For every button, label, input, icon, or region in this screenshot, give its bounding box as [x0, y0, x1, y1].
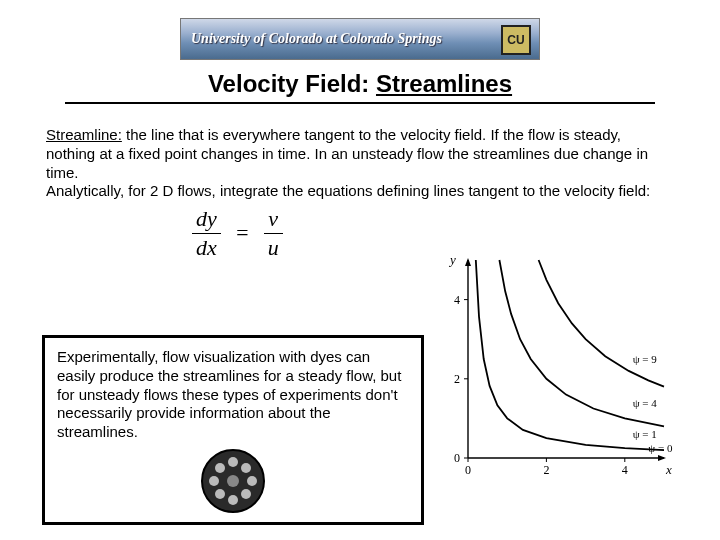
svg-point-23: [227, 475, 239, 487]
svg-text:0: 0: [454, 451, 460, 465]
svg-text:0: 0: [465, 463, 471, 477]
svg-point-28: [215, 463, 225, 473]
experiment-box: Experimentally, flow visualization with …: [42, 335, 424, 525]
paragraph-1: Streamline: the line that is everywhere …: [46, 126, 674, 182]
title-rule: [65, 102, 655, 104]
lhs-den: dx: [192, 234, 221, 262]
svg-text:ψ = 1: ψ = 1: [633, 428, 657, 440]
svg-text:ψ = 0: ψ = 0: [648, 442, 673, 454]
page-title: Velocity Field: Streamlines: [0, 70, 720, 98]
svg-text:ψ = 4: ψ = 4: [633, 397, 658, 409]
paragraph-2: Analytically, for 2 D flows, integrate t…: [46, 182, 674, 201]
para1-text: the line that is everywhere tangent to t…: [46, 126, 648, 181]
svg-point-29: [241, 463, 251, 473]
film-reel-icon: [200, 448, 266, 514]
term-streamline: Streamline:: [46, 126, 122, 143]
svg-point-25: [228, 495, 238, 505]
svg-text:4: 4: [454, 293, 460, 307]
chart-svg: 024024xyψ = 0ψ = 1ψ = 4ψ = 9: [438, 252, 674, 482]
rhs-den: u: [264, 234, 283, 262]
svg-marker-2: [465, 258, 471, 266]
banner-text: University of Colorado at Colorado Sprin…: [191, 31, 442, 47]
svg-text:ψ = 9: ψ = 9: [633, 353, 658, 365]
body-text: Streamline: the line that is everywhere …: [0, 126, 720, 261]
university-banner: University of Colorado at Colorado Sprin…: [180, 18, 540, 60]
experiment-text: Experimentally, flow visualization with …: [57, 348, 409, 442]
lhs-fraction: dy dx: [192, 205, 221, 261]
svg-text:2: 2: [543, 463, 549, 477]
rhs-num: v: [264, 205, 282, 233]
svg-text:4: 4: [622, 463, 628, 477]
lhs-num: dy: [192, 205, 221, 233]
title-emph: Streamlines: [376, 70, 512, 97]
svg-point-24: [228, 457, 238, 467]
svg-text:x: x: [665, 462, 672, 477]
streamlines-chart: 024024xyψ = 0ψ = 1ψ = 4ψ = 9: [438, 252, 674, 482]
equals-sign: =: [235, 219, 250, 247]
cu-logo-icon: CU: [501, 25, 531, 55]
svg-point-27: [247, 476, 257, 486]
svg-point-26: [209, 476, 219, 486]
svg-text:y: y: [448, 252, 456, 267]
title-prefix: Velocity Field:: [208, 70, 376, 97]
svg-point-31: [241, 489, 251, 499]
svg-text:2: 2: [454, 372, 460, 386]
svg-marker-3: [658, 455, 666, 461]
rhs-fraction: v u: [264, 205, 283, 261]
svg-point-30: [215, 489, 225, 499]
